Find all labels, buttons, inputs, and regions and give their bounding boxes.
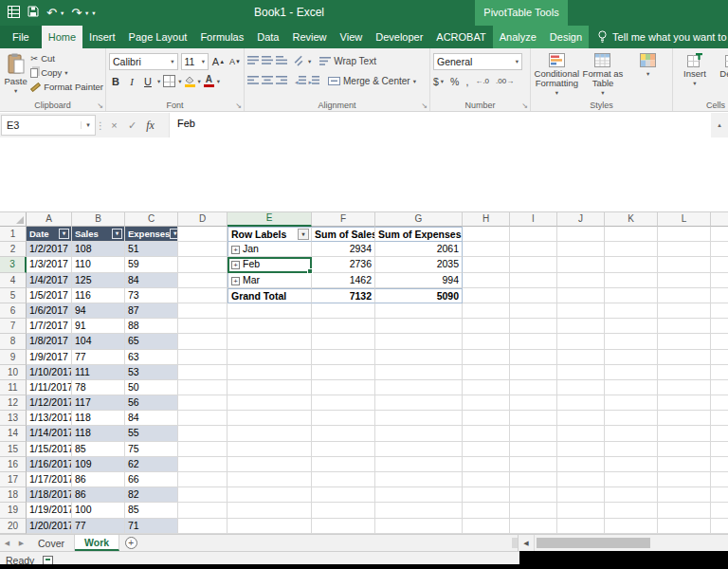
cell-L12[interactable]	[658, 395, 711, 411]
cell-C19[interactable]: 85	[125, 503, 178, 518]
cell-A14[interactable]: 1/14/2017	[27, 426, 72, 441]
cell-L9[interactable]	[658, 350, 711, 365]
cell-H13[interactable]	[463, 411, 510, 426]
cell-J3[interactable]	[557, 257, 605, 272]
pivot-expand-button[interactable]: +	[231, 246, 240, 254]
percent-style-button[interactable]: %	[450, 76, 459, 87]
row-header-20[interactable]: 20	[0, 519, 27, 534]
cell-D7[interactable]	[178, 319, 228, 334]
cell-E8[interactable]	[228, 334, 312, 349]
cell-G14[interactable]	[375, 426, 463, 441]
cell-M18[interactable]	[711, 487, 728, 503]
cell-H15[interactable]	[463, 442, 510, 457]
cell-I19[interactable]	[510, 503, 557, 518]
cell-E11[interactable]	[228, 380, 312, 395]
cell-F11[interactable]	[312, 380, 375, 395]
cell-B2[interactable]: 108	[72, 242, 125, 257]
formula-input[interactable]: Feb	[169, 113, 711, 138]
cell-J10[interactable]	[557, 365, 605, 380]
format-as-table-button[interactable]: Format as Table ▾	[580, 51, 627, 99]
cell-I10[interactable]	[510, 365, 557, 380]
cell-C3[interactable]: 59	[125, 257, 178, 272]
cell-H11[interactable]	[463, 380, 510, 395]
number-format-select[interactable]: General ▾	[433, 53, 522, 70]
number-format-dropdown-icon[interactable]: ▾	[516, 58, 519, 65]
cut-button[interactable]: ✂ Cut	[30, 51, 103, 65]
cell-C8[interactable]: 65	[125, 334, 178, 349]
row-header-19[interactable]: 19	[0, 503, 27, 518]
wrap-text-button[interactable]: Wrap Text	[319, 56, 376, 66]
select-all-corner[interactable]	[0, 212, 27, 227]
cell-I12[interactable]	[510, 395, 557, 411]
cell-K15[interactable]	[605, 442, 658, 457]
align-middle-button[interactable]	[262, 56, 273, 66]
cell-I16[interactable]	[510, 457, 557, 472]
delete-cells-button[interactable]: Delete ▾	[714, 51, 728, 99]
cell-D1[interactable]	[178, 227, 228, 242]
increase-indent-button[interactable]: ▸	[309, 76, 320, 86]
cell-G9[interactable]	[375, 350, 463, 365]
cell-K5[interactable]	[605, 288, 658, 303]
accounting-format-button[interactable]: $	[433, 76, 439, 87]
tab-formulas[interactable]: Formulas	[193, 26, 250, 48]
cell-G17[interactable]	[375, 472, 463, 487]
cell-H9[interactable]	[463, 350, 510, 365]
cell-I15[interactable]	[510, 442, 557, 457]
cell-F10[interactable]	[312, 365, 375, 380]
cell-A3[interactable]: 1/3/2017	[27, 257, 72, 272]
cell-E14[interactable]	[228, 426, 312, 441]
cell-D9[interactable]	[178, 350, 228, 365]
cell-F4[interactable]: 1462	[312, 273, 375, 288]
cell-A20[interactable]: 1/20/2017	[27, 519, 72, 534]
row-header-10[interactable]: 10	[0, 365, 27, 380]
cell-B9[interactable]: 77	[72, 350, 125, 365]
row-header-3[interactable]: 3	[0, 257, 27, 272]
cell-D20[interactable]	[178, 519, 228, 534]
cell-B17[interactable]: 86	[72, 472, 125, 487]
cell-C7[interactable]: 88	[125, 319, 178, 334]
merge-center-button[interactable]: Merge & Center ▾	[328, 76, 416, 86]
cell-H20[interactable]	[463, 519, 510, 534]
cell-D14[interactable]	[178, 426, 228, 441]
filter-button[interactable]: ▾	[112, 229, 122, 239]
cell-C6[interactable]: 87	[125, 303, 178, 319]
cell-H1[interactable]	[463, 227, 510, 242]
cell-J14[interactable]	[557, 426, 605, 441]
bold-button[interactable]: B	[109, 73, 122, 89]
cell-M17[interactable]	[711, 472, 728, 487]
cell-J2[interactable]	[557, 242, 605, 257]
cell-I6[interactable]	[510, 303, 557, 319]
cell-L2[interactable]	[658, 242, 711, 257]
cell-G12[interactable]	[375, 395, 463, 411]
cell-G8[interactable]	[375, 334, 463, 349]
cell-K18[interactable]	[605, 487, 658, 503]
cell-E10[interactable]	[228, 365, 312, 380]
cell-C16[interactable]: 62	[125, 457, 178, 472]
column-header-H[interactable]: H	[463, 212, 510, 227]
row-header-13[interactable]: 13	[0, 411, 27, 426]
cell-G16[interactable]	[375, 457, 463, 472]
column-header-B[interactable]: B	[72, 212, 125, 227]
tab-review[interactable]: Review	[285, 26, 333, 48]
cell-G19[interactable]	[375, 503, 463, 518]
sheet-tab-cover[interactable]: Cover	[28, 535, 75, 551]
filter-button[interactable]: ▾	[59, 229, 69, 239]
cell-F9[interactable]	[312, 350, 375, 365]
cell-C10[interactable]: 53	[125, 365, 178, 380]
cell-B10[interactable]: 111	[72, 365, 125, 380]
cell-I1[interactable]	[510, 227, 557, 242]
redo-dropdown-icon[interactable]: ▾	[85, 9, 88, 17]
cell-J17[interactable]	[557, 472, 605, 487]
cell-M20[interactable]	[711, 519, 728, 534]
cell-L4[interactable]	[658, 273, 711, 288]
sheet-nav-right-icon[interactable]: ▶	[14, 535, 28, 551]
conditional-formatting-dropdown-icon[interactable]: ▾	[555, 88, 558, 98]
row-header-11[interactable]: 11	[0, 380, 27, 395]
copy-dropdown-icon[interactable]: ▾	[64, 69, 67, 77]
cell-J16[interactable]	[557, 457, 605, 472]
cell-D18[interactable]	[178, 487, 228, 503]
cell-L19[interactable]	[658, 503, 711, 518]
cell-L15[interactable]	[658, 442, 711, 457]
increase-font-button[interactable]: A▲	[211, 53, 226, 69]
cell-M8[interactable]	[711, 334, 728, 349]
